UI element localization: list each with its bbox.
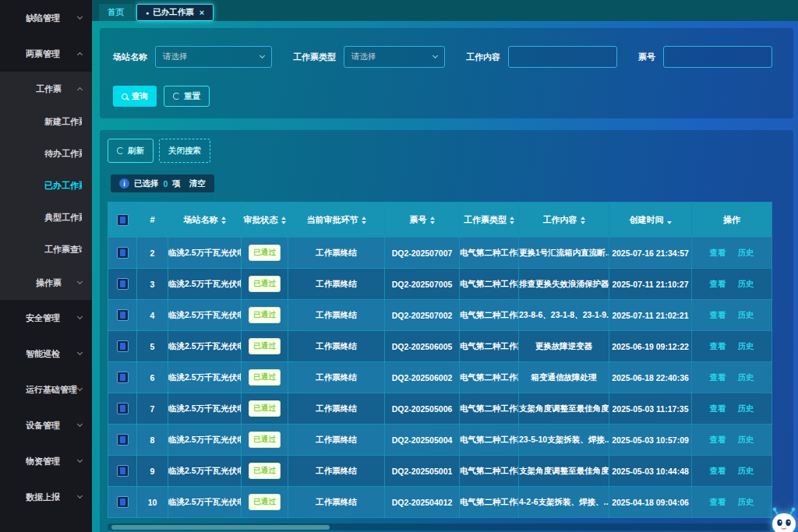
sidebar-item-todo-work-ticket[interactable]: 待办工作票 [0,138,92,170]
row-checkbox[interactable] [117,278,129,290]
col-header-created[interactable]: 创建时间 [609,203,692,238]
view-link[interactable]: 查看 [710,248,726,257]
sidebar-item-data-report[interactable]: 数据上报 [0,479,92,515]
approval-step-cell: 工作票终结 [288,487,385,518]
col-header-status[interactable]: 审批状态 [242,203,288,238]
view-link[interactable]: 查看 [710,310,726,319]
row-checkbox[interactable] [117,309,129,321]
history-link[interactable]: 历史 [737,435,754,444]
history-link[interactable]: 历史 [737,497,754,506]
sort-icon[interactable] [221,217,226,224]
horizontal-scrollbar-thumb[interactable] [111,525,330,530]
sidebar-item-material-management[interactable]: 物资管理 [0,443,92,479]
table-panel: 刷新 关闭搜索 i 已选择 0 项 清空 [100,130,793,532]
approval-step-cell: 工作票终结 [288,425,385,456]
row-checkbox[interactable] [117,340,129,352]
sort-icon[interactable] [362,217,366,224]
sidebar-item-safety-management[interactable]: 安全管理 [0,300,92,336]
row-number: 7 [137,393,168,425]
sidebar-item-operation-base-management[interactable]: 运行基础管理 [0,372,92,407]
ticket-type-select[interactable]: 请选择 [344,46,445,68]
sidebar-item-done-work-ticket[interactable]: 已办工作票 [0,170,92,202]
row-number: 8 [137,425,168,456]
col-header-content[interactable]: 工作内容 [519,203,609,238]
row-checkbox[interactable] [117,496,129,508]
clear-selection-link[interactable]: 清空 [189,178,206,189]
row-checkbox[interactable] [117,434,129,446]
col-header-station[interactable]: 场站名称 [168,203,242,238]
station-name-label: 场站名称 [113,51,147,63]
close-search-button[interactable]: 关闭搜索 [159,139,210,163]
col-header-step[interactable]: 当前审批环节 [288,203,385,238]
col-header-ticket-no[interactable]: 票号 [385,203,460,238]
sidebar-item-label: 操作票 [36,277,62,289]
work-content-input[interactable] [508,46,617,68]
history-link[interactable]: 历史 [737,310,754,319]
view-link[interactable]: 查看 [710,279,726,288]
row-checkbox[interactable] [117,247,129,259]
sidebar-item-work-ticket[interactable]: 工作票 [0,72,92,106]
sort-icon-active[interactable] [667,217,672,224]
row-number: 9 [137,456,168,487]
status-badge: 已通过 [249,276,281,292]
work-content-cell: 4-2-6支架拆装、焊接、... [519,487,609,518]
ticket-number-cell: DQ2-202506002 [385,362,460,393]
history-link[interactable]: 历史 [737,248,754,257]
tab-done-work-ticket[interactable]: ● 已办工作票 × [136,4,214,21]
view-link[interactable]: 查看 [710,341,726,351]
row-checkbox[interactable] [117,465,129,477]
sort-icon[interactable] [281,217,286,224]
info-icon: i [119,178,129,188]
history-link[interactable]: 历史 [737,403,754,413]
reset-button[interactable]: 重置 [164,86,210,107]
sidebar-item-work-ticket-query[interactable]: 工作票查询 [0,234,92,266]
sort-icon[interactable] [581,217,585,224]
history-link[interactable]: 历史 [737,341,754,351]
created-time-cell: 2025-07-11 21:10:27 [609,269,692,300]
assistant-robot-button[interactable] [768,500,798,532]
ticket-number-cell: DQ2-202504012 [385,487,460,518]
sidebar-item-defect-management[interactable]: 缺陷管理 [0,0,92,36]
view-link[interactable]: 查看 [710,372,726,382]
view-link[interactable]: 查看 [710,466,726,475]
view-link[interactable]: 查看 [710,435,726,444]
chevron-down-icon [77,493,83,499]
approval-step-cell: 工作票终结 [288,238,385,269]
ticket-number-cell: DQ2-202507005 [385,269,460,300]
row-checkbox[interactable] [117,372,129,383]
close-tab-icon[interactable]: × [200,8,204,17]
sidebar-item-equipment-management[interactable]: 设备管理 [0,407,92,443]
refresh-button[interactable]: 刷新 [108,139,154,163]
sidebar-item-new-work-ticket[interactable]: 新建工作票 [0,106,92,138]
status-badge: 已通过 [249,338,281,354]
view-link[interactable]: 查看 [710,497,726,506]
sidebar-item-operation-ticket[interactable]: 操作票 [0,266,92,300]
sidebar-item-smart-inspection[interactable]: 智能巡检 [0,336,92,372]
sidebar-item-label: 工作票 [36,83,62,95]
ticket-number-input[interactable] [663,46,772,68]
station-name-cell: 临洮2.5万千瓦光伏电.. [168,456,242,487]
sidebar-item-two-ticket-management[interactable]: 两票管理 [0,36,92,72]
work-content-label: 工作内容 [466,51,500,63]
horizontal-scrollbar[interactable] [108,523,772,530]
sort-icon[interactable] [510,217,514,224]
status-badge: 已通过 [249,494,281,510]
sort-icon[interactable] [430,217,435,224]
sidebar-item-typical-work-ticket[interactable]: 典型工作票 [0,202,92,234]
created-time-cell: 2025-05-03 10:44:48 [609,456,692,487]
created-time-cell: 2025-04-18 09:04:06 [609,487,692,518]
row-checkbox[interactable] [117,403,129,414]
tab-label: 首页 [108,7,124,18]
approval-step-cell: 工作票终结 [288,456,385,487]
view-link[interactable]: 查看 [710,403,726,413]
approval-step-cell: 工作票终结 [288,331,385,362]
work-ticket-table: # 场站名称 审批状态 当前审批环节 票号 工作票类型 [108,202,772,518]
history-link[interactable]: 历史 [737,372,754,382]
col-header-type[interactable]: 工作票类型 [460,203,519,238]
select-all-checkbox[interactable] [117,214,129,226]
history-link[interactable]: 历史 [737,279,754,288]
station-name-select[interactable]: 请选择 [155,46,272,68]
history-link[interactable]: 历史 [737,466,754,475]
tab-home[interactable]: 首页 [99,4,132,21]
query-button[interactable]: 查询 [113,86,157,107]
